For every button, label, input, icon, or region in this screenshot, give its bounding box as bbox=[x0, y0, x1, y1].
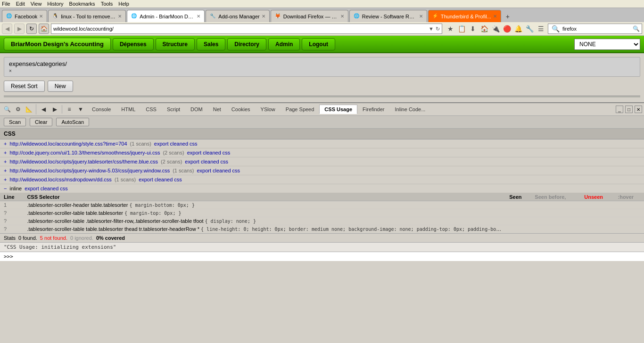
list-icon[interactable]: ≡ bbox=[64, 104, 74, 114]
expand-icon-4[interactable]: + bbox=[4, 177, 7, 182]
plugin-icon[interactable]: 🔌 bbox=[490, 24, 501, 34]
tab-pagespeed[interactable]: Page Speed bbox=[281, 105, 320, 114]
addon2-icon[interactable]: 🔔 bbox=[513, 24, 523, 34]
tab-dom[interactable]: DOM bbox=[185, 105, 208, 114]
minimize-devtools[interactable]: _ bbox=[616, 106, 623, 113]
url-dropdown-icon[interactable]: ▼ bbox=[429, 26, 434, 32]
back-button[interactable]: ◀ bbox=[2, 24, 12, 34]
tab-css[interactable]: CSS bbox=[140, 105, 162, 114]
reset-sort-button[interactable]: Reset Sort bbox=[4, 81, 45, 92]
nav-depenses[interactable]: Dépenses bbox=[113, 38, 154, 50]
tab-admin[interactable]: 🌐 Admin - BriarMoon Design Ac... ✕ bbox=[127, 10, 205, 22]
inspect-icon[interactable]: 🔍 bbox=[2, 104, 12, 114]
tab-thunder-close[interactable]: ✕ bbox=[493, 14, 497, 19]
scan-button[interactable]: Scan bbox=[4, 118, 26, 126]
css-url-1[interactable]: http://code.jquery.com/ui/1.10.3/themes/… bbox=[9, 150, 160, 155]
css-export-0[interactable]: export cleaned css bbox=[154, 141, 198, 147]
tab-review-close[interactable]: ✕ bbox=[419, 14, 423, 19]
refresh-button[interactable]: ↻ bbox=[26, 24, 37, 34]
tab-linux[interactable]: 🐧 linux - Tool to remove u... ✕ bbox=[48, 10, 126, 22]
col-seen[interactable]: Seen bbox=[509, 194, 521, 200]
search-button[interactable]: 🔍 bbox=[633, 25, 640, 32]
inline-export[interactable]: export cleaned css bbox=[25, 186, 68, 191]
console-input-field[interactable] bbox=[15, 253, 640, 260]
menu-edit[interactable]: Edit bbox=[16, 1, 25, 7]
css-url-3[interactable]: http://wildewood.loc/scripts/jquery-wind… bbox=[9, 168, 170, 173]
nav-logout[interactable]: Logout bbox=[302, 38, 335, 50]
url-reload-icon[interactable]: ↻ bbox=[436, 26, 440, 32]
nav-brand[interactable]: BriarMoon Design's Accounting bbox=[4, 38, 111, 50]
forward-devtools-icon[interactable]: ▶ bbox=[50, 104, 60, 114]
clear-button[interactable]: Clear bbox=[30, 118, 52, 126]
close-devtools[interactable]: ✕ bbox=[635, 106, 642, 113]
css-export-2[interactable]: export cleaned css bbox=[185, 159, 228, 164]
tab-facebook-close[interactable]: ✕ bbox=[39, 14, 43, 19]
tab-review[interactable]: 🌐 Review - Software Reco... ✕ bbox=[349, 10, 427, 22]
tab-inlinecode[interactable]: Inline Code... bbox=[390, 105, 431, 114]
col-unseen[interactable]: Unseen bbox=[584, 194, 603, 200]
expand-icon-2[interactable]: + bbox=[4, 159, 7, 164]
nav-directory[interactable]: Directory bbox=[227, 38, 266, 50]
new-tab-button[interactable]: + bbox=[502, 11, 513, 22]
tab-script[interactable]: Script bbox=[162, 105, 185, 114]
nav-structure[interactable]: Structure bbox=[156, 38, 195, 50]
css-url-2[interactable]: http://wildewood.loc/scripts/jquery.tabl… bbox=[9, 159, 158, 164]
forward-button[interactable]: ▶ bbox=[14, 24, 25, 34]
css-export-1[interactable]: export cleaned css bbox=[187, 150, 231, 155]
css-url-0[interactable]: http://wildewood.loc/accounting/style.cs… bbox=[9, 141, 127, 147]
home-icon2[interactable]: 🏠 bbox=[479, 24, 489, 34]
tab-addons[interactable]: 🔧 Add-ons Manager ✕ bbox=[206, 10, 269, 22]
tab-cookies[interactable]: Cookies bbox=[226, 105, 256, 114]
breadcrumb-close[interactable]: × bbox=[9, 68, 15, 74]
tab-facebook[interactable]: 🌐 Facebook ✕ bbox=[2, 10, 47, 22]
tab-addons-close[interactable]: ✕ bbox=[262, 14, 265, 19]
tab-console[interactable]: Console bbox=[87, 105, 116, 114]
tab-thunder[interactable]: ⚡ Thunderbird & Profil... ✕ bbox=[428, 10, 501, 22]
menu-help[interactable]: Help bbox=[118, 1, 129, 7]
home-button[interactable]: 🏠 bbox=[39, 24, 49, 34]
expand-icon-0[interactable]: + bbox=[4, 141, 7, 147]
nav-dropdown[interactable]: NONE bbox=[574, 39, 640, 50]
tab-linux-close[interactable]: ✕ bbox=[118, 14, 122, 19]
url-bar[interactable]: wildewood.loc/accounting/ ▼ ↻ bbox=[51, 24, 442, 34]
tab-admin-close[interactable]: ✕ bbox=[197, 14, 200, 19]
tab-firefox-close[interactable]: ✕ bbox=[340, 14, 344, 19]
nav-admin[interactable]: Admin bbox=[268, 38, 300, 50]
css-export-4[interactable]: export cleaned css bbox=[139, 177, 182, 182]
col-seen-before[interactable]: Seen before, bbox=[535, 194, 566, 200]
console-icon[interactable]: ⚙ bbox=[13, 104, 23, 114]
col-hover[interactable]: :hover bbox=[618, 194, 634, 200]
firefox-favicon: 🦊 bbox=[275, 13, 281, 20]
menu-view[interactable]: View bbox=[31, 1, 42, 7]
menu-tools[interactable]: Tools bbox=[101, 1, 113, 7]
new-button[interactable]: New bbox=[48, 81, 73, 92]
expand-icon-1[interactable]: + bbox=[4, 150, 7, 155]
inline-collapse-icon[interactable]: − bbox=[4, 186, 7, 191]
addon1-icon[interactable]: 🔴 bbox=[502, 24, 512, 34]
tab-html[interactable]: HTML bbox=[116, 105, 140, 114]
maximize-devtools[interactable]: □ bbox=[625, 106, 633, 113]
menu-bookmarks[interactable]: Bookmarks bbox=[69, 1, 95, 7]
nav-sales[interactable]: Sales bbox=[197, 38, 225, 50]
bookmark-icon[interactable]: ★ bbox=[445, 24, 455, 34]
autoscan-button[interactable]: AutoScan bbox=[56, 118, 89, 126]
tab-net[interactable]: Net bbox=[208, 105, 226, 114]
tab-cssusage[interactable]: CSS Usage bbox=[319, 105, 357, 114]
search-bar[interactable]: 🔍 firefox 🔍 bbox=[548, 24, 642, 34]
tab-firefinder[interactable]: Firefinder bbox=[357, 105, 389, 114]
back-devtools-icon[interactable]: ◀ bbox=[38, 104, 49, 114]
expand-icon-3[interactable]: + bbox=[4, 168, 7, 173]
download-icon[interactable]: ⬇ bbox=[468, 24, 478, 34]
menu-file[interactable]: File bbox=[2, 1, 10, 7]
menu-icon[interactable]: ☰ bbox=[536, 24, 546, 34]
tab-yslow[interactable]: YSlow bbox=[256, 105, 281, 114]
menu-history[interactable]: History bbox=[47, 1, 63, 7]
dropdown-icon[interactable]: ▼ bbox=[75, 104, 86, 114]
tab-firefox[interactable]: 🦊 Download Firefox — Fre... ✕ bbox=[271, 10, 348, 22]
layout-icon[interactable]: 📐 bbox=[24, 104, 34, 114]
css-export-3[interactable]: export cleaned css bbox=[197, 168, 240, 173]
css-url-4[interactable]: http://wildewood.loc/css/msdropdown/dd.c… bbox=[9, 177, 111, 182]
addon3-icon[interactable]: 🔧 bbox=[524, 24, 535, 34]
console-input-bar[interactable]: >>> bbox=[0, 252, 644, 261]
bookmark-manage-icon[interactable]: 📋 bbox=[456, 24, 467, 34]
